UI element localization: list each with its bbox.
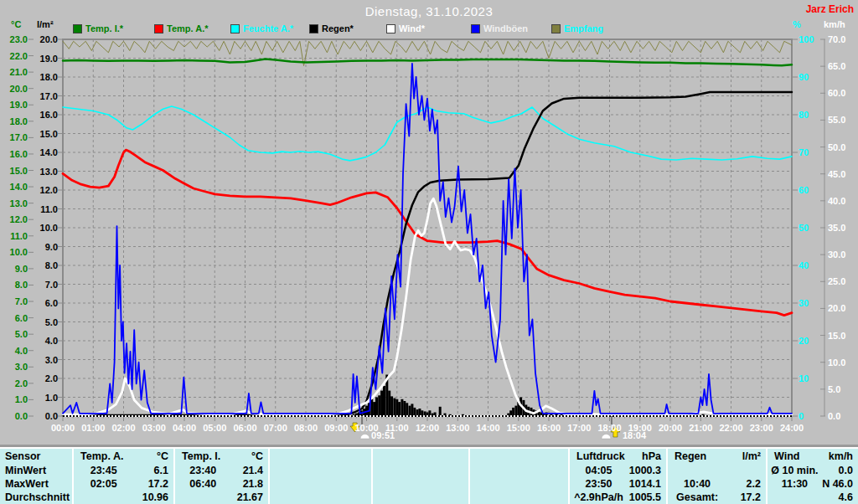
tick-temp-c: 13.0 bbox=[0, 198, 28, 208]
tick-temp-c: 22.0 bbox=[0, 51, 28, 61]
tick-temp-c: 0.0 bbox=[0, 411, 28, 421]
tick-temp-c: 16.0 bbox=[0, 149, 28, 159]
table-col-temp-a-: Temp. A.°C23:456.102:0517.210.96 bbox=[72, 449, 173, 504]
tick-rain: 17.0 bbox=[30, 91, 58, 101]
tick-temp-c: 12.0 bbox=[0, 214, 28, 224]
tick-rain: 4.0 bbox=[30, 336, 58, 346]
tick-rain: 20.0 bbox=[30, 34, 58, 44]
tick-wind: 10.0 bbox=[828, 357, 856, 368]
tick-humidity: 40 bbox=[799, 260, 824, 270]
tick-humidity: 100 bbox=[799, 34, 824, 44]
tick-wind: 20.0 bbox=[828, 303, 856, 313]
tick-rain: 11.0 bbox=[30, 204, 58, 214]
table-col-empty-3 bbox=[371, 449, 468, 504]
tick-humidity: 30 bbox=[799, 298, 824, 308]
tick-wind: 50.0 bbox=[828, 142, 856, 152]
tick-wind: 65.0 bbox=[828, 61, 856, 71]
table-col-luftdruck: LuftdruckhPa04:051000.323:501014.1^2.9hP… bbox=[568, 449, 666, 504]
tick-wind: 45.0 bbox=[828, 169, 856, 179]
tick-wind: 35.0 bbox=[828, 223, 856, 233]
table-col-empty-4 bbox=[468, 449, 568, 504]
tick-rain: 3.0 bbox=[30, 355, 58, 365]
tick-wind: 55.0 bbox=[828, 115, 856, 125]
tick-temp-c: 20.0 bbox=[0, 84, 28, 94]
tick-temp-c: 21.0 bbox=[0, 67, 28, 77]
tick-temp-c: 1.0 bbox=[0, 394, 28, 404]
table-col-empty-2 bbox=[268, 449, 371, 504]
tick-temp-c: 14.0 bbox=[0, 182, 28, 192]
tick-rain: 12.0 bbox=[30, 185, 58, 195]
tick-rain: 19.0 bbox=[30, 54, 58, 64]
tick-temp-c: 17.0 bbox=[0, 132, 28, 142]
tick-temp-c: 7.0 bbox=[0, 296, 28, 306]
tick-temp-c: 9.0 bbox=[0, 264, 28, 274]
weather-chart: 09:5118:04 bbox=[0, 0, 858, 447]
tick-rain: 2.0 bbox=[30, 373, 58, 383]
tick-humidity: 50 bbox=[799, 223, 824, 233]
tick-temp-c: 8.0 bbox=[0, 280, 28, 290]
tick-wind: 25.0 bbox=[828, 276, 856, 286]
tick-humidity: 80 bbox=[799, 110, 824, 120]
tick-temp-c: 3.0 bbox=[0, 362, 28, 372]
table-col-regen: Regenl/m²10:402.2Gesamt:17.2 bbox=[666, 449, 766, 504]
tick-rain: 7.0 bbox=[30, 280, 58, 290]
tick-wind: 70.0 bbox=[828, 34, 856, 44]
table-row-labels: SensorMinWertMaxWertDurchschnitt bbox=[0, 449, 72, 504]
tick-rain: 1.0 bbox=[30, 393, 58, 403]
tick-rain: 15.0 bbox=[30, 129, 58, 139]
tick-rain: 18.0 bbox=[30, 72, 58, 82]
tick-rain: 5.0 bbox=[30, 317, 58, 327]
tick-humidity: 60 bbox=[799, 185, 824, 195]
tick-temp-c: 2.0 bbox=[0, 378, 28, 388]
tick-temp-c: 4.0 bbox=[0, 346, 28, 356]
tick-rain: 14.0 bbox=[30, 147, 58, 157]
tick-humidity: 10 bbox=[799, 373, 824, 383]
table-col-wind: Windkm/hØ 10 min.0.011:30N 46.04.6 bbox=[766, 449, 858, 504]
tick-humidity: 90 bbox=[799, 72, 824, 82]
tick-rain: 16.0 bbox=[30, 110, 58, 120]
tick-humidity: 0 bbox=[799, 411, 824, 421]
tick-temp-c: 18.0 bbox=[0, 116, 28, 126]
tick-rain: 9.0 bbox=[30, 242, 58, 252]
tick-humidity: 70 bbox=[799, 147, 824, 157]
tick-hour: 24:00 bbox=[773, 423, 810, 433]
tick-rain: 10.0 bbox=[30, 223, 58, 233]
tick-wind: 40.0 bbox=[828, 196, 856, 206]
tick-rain: 0.0 bbox=[30, 411, 58, 421]
tick-temp-c: 10.0 bbox=[0, 247, 28, 257]
tick-rain: 8.0 bbox=[30, 260, 58, 270]
tick-wind: 60.0 bbox=[828, 88, 856, 98]
tick-wind: 0.0 bbox=[828, 411, 856, 421]
tick-wind: 30.0 bbox=[828, 249, 856, 260]
tick-rain: 6.0 bbox=[30, 298, 58, 308]
weather-app-window: Dienstag, 31.10.2023 Jarz Erich °C l/m² … bbox=[0, 0, 858, 504]
table-col-temp-i-: Temp. I.°C23:4021.406:4021.821.67 bbox=[173, 449, 268, 504]
tick-temp-c: 23.0 bbox=[0, 34, 28, 44]
tick-temp-c: 19.0 bbox=[0, 100, 28, 110]
tick-temp-c: 15.0 bbox=[0, 166, 28, 176]
tick-wind: 15.0 bbox=[828, 331, 856, 341]
tick-temp-c: 11.0 bbox=[0, 231, 28, 241]
tick-humidity: 20 bbox=[799, 336, 824, 346]
summary-table: SensorMinWertMaxWertDurchschnittTemp. A.… bbox=[0, 447, 858, 504]
tick-temp-c: 6.0 bbox=[0, 313, 28, 323]
tick-wind: 5.0 bbox=[828, 384, 856, 394]
tick-temp-c: 5.0 bbox=[0, 329, 28, 339]
tick-rain: 13.0 bbox=[30, 167, 58, 177]
